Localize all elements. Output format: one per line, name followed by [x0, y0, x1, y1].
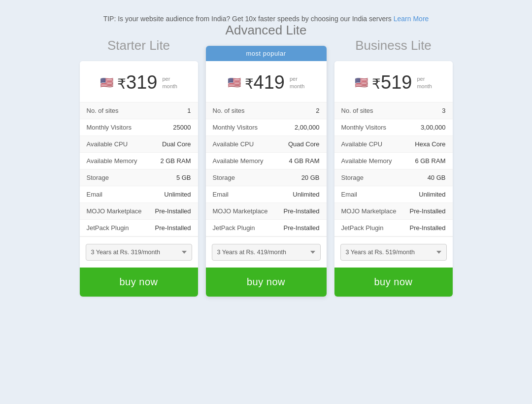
feature-label: Available Memory — [87, 157, 137, 165]
dropdown-section-advanced-lite: 3 Years at Rs. 419/month — [206, 236, 327, 268]
feature-value: Dual Core — [162, 140, 191, 148]
feature-label: Available Memory — [341, 157, 392, 165]
feature-value: Pre-Installed — [284, 207, 320, 215]
feature-row: Monthly Visitors2,00,000 — [206, 119, 327, 136]
feature-label: MOJO Marketplace — [213, 207, 268, 215]
feature-row: No. of sites3 — [334, 102, 453, 119]
tip-text: TIP: Is your website audience from India… — [103, 15, 392, 23]
features-table-business-lite: No. of sites3Monthly Visitors3,00,000Ava… — [334, 102, 453, 236]
plan-title-starter-lite: Starter Lite — [107, 38, 170, 53]
learn-more-link[interactable]: Learn More — [394, 15, 429, 23]
feature-label: Email — [87, 191, 103, 198]
feature-row: MOJO MarketplacePre-Installed — [80, 203, 198, 220]
feature-row: EmailUnlimited — [80, 186, 198, 203]
feature-label: Available CPU — [213, 140, 254, 148]
feature-row: JetPack PluginPre-Installed — [206, 220, 327, 236]
feature-value: 3 — [442, 107, 445, 114]
feature-label: JetPack Plugin — [87, 224, 129, 232]
price-section-starter-lite: 🇺🇸₹319permonth — [80, 61, 198, 102]
plans-container: Starter Lite🇺🇸₹319permonthNo. of sites1M… — [80, 37, 453, 297]
feature-row: Storage40 GB — [334, 169, 453, 186]
price-section-advanced-lite: 🇺🇸₹419permonth — [206, 61, 327, 102]
feature-label: JetPack Plugin — [213, 224, 255, 232]
feature-label: JetPack Plugin — [341, 224, 384, 232]
feature-label: Storage — [213, 174, 235, 181]
feature-row: Available Memory4 GB RAM — [206, 153, 327, 169]
flag-icon: 🇺🇸 — [355, 77, 368, 88]
feature-row: Monthly Visitors25000 — [80, 119, 198, 136]
feature-row: Monthly Visitors3,00,000 — [334, 119, 453, 136]
per-month-advanced-lite: permonth — [290, 75, 305, 90]
feature-row: Storage5 GB — [80, 169, 198, 186]
feature-row: Available Memory2 GB RAM — [80, 153, 198, 169]
feature-row: EmailUnlimited — [334, 186, 453, 203]
plan-dropdown-advanced-lite[interactable]: 3 Years at Rs. 419/month — [212, 244, 321, 261]
feature-value: Pre-Installed — [410, 224, 446, 232]
per-month-business-lite: permonth — [417, 75, 432, 90]
feature-label: Monthly Visitors — [87, 124, 132, 131]
feature-label: Storage — [87, 174, 109, 181]
feature-value: 4 GB RAM — [289, 157, 319, 165]
card-starter-lite: 🇺🇸₹319permonthNo. of sites1Monthly Visit… — [80, 61, 198, 297]
features-table-advanced-lite: No. of sites2Monthly Visitors2,00,000Ava… — [206, 102, 327, 236]
feature-label: No. of sites — [341, 107, 373, 114]
price-amount-advanced-lite: ₹419 — [245, 72, 285, 93]
feature-value: 3,00,000 — [421, 124, 446, 131]
feature-row: Available CPUQuad Core — [206, 136, 327, 153]
price-amount-starter-lite: ₹319 — [117, 72, 157, 93]
feature-row: MOJO MarketplacePre-Installed — [206, 203, 327, 220]
flag-icon: 🇺🇸 — [100, 77, 113, 88]
feature-row: JetPack PluginPre-Installed — [80, 220, 198, 236]
feature-value: Unlimited — [293, 191, 319, 198]
most-popular-badge: most popular — [206, 46, 327, 61]
feature-value: 20 GB — [301, 174, 320, 181]
buy-now-button-starter-lite[interactable]: buy now — [80, 268, 198, 297]
feature-label: Monthly Visitors — [213, 124, 258, 131]
plan-dropdown-business-lite[interactable]: 3 Years at Rs. 519/month — [340, 244, 447, 261]
plan-dropdown-starter-lite[interactable]: 3 Years at Rs. 319/month — [86, 244, 192, 261]
feature-label: Email — [213, 191, 229, 198]
feature-label: Email — [341, 191, 358, 198]
feature-row: MOJO MarketplacePre-Installed — [334, 203, 453, 220]
feature-value: 6 GB RAM — [415, 157, 445, 165]
feature-label: MOJO Marketplace — [87, 207, 142, 215]
plan-title-advanced-lite: Advanced Lite — [226, 23, 307, 38]
feature-value: 40 GB — [428, 174, 446, 181]
buy-now-button-advanced-lite[interactable]: buy now — [206, 268, 327, 297]
feature-label: Storage — [341, 174, 364, 181]
feature-label: Available Memory — [213, 157, 264, 165]
price-amount-business-lite: ₹519 — [372, 72, 412, 93]
feature-label: No. of sites — [213, 107, 245, 114]
buy-now-button-business-lite[interactable]: buy now — [334, 268, 453, 297]
dropdown-section-starter-lite: 3 Years at Rs. 319/month — [80, 236, 198, 268]
feature-row: EmailUnlimited — [206, 186, 327, 203]
card-business-lite: 🇺🇸₹519permonthNo. of sites3Monthly Visit… — [334, 61, 453, 297]
feature-row: No. of sites2 — [206, 102, 327, 119]
plan-business-lite: Business Lite🇺🇸₹519permonthNo. of sites3… — [334, 38, 453, 297]
feature-value: Quad Core — [288, 140, 320, 148]
feature-value: 2,00,000 — [295, 124, 320, 131]
feature-value: 1 — [187, 107, 191, 114]
plan-title-business-lite: Business Lite — [355, 38, 432, 53]
feature-label: No. of sites — [87, 107, 119, 114]
feature-value: Pre-Installed — [155, 224, 191, 232]
feature-value: Unlimited — [419, 191, 445, 198]
feature-row: Available Memory6 GB RAM — [334, 153, 453, 169]
feature-value: Hexa Core — [415, 140, 445, 148]
features-table-starter-lite: No. of sites1Monthly Visitors25000Availa… — [80, 102, 198, 236]
feature-label: Available CPU — [87, 140, 128, 148]
feature-label: Monthly Visitors — [341, 124, 387, 131]
feature-row: JetPack PluginPre-Installed — [334, 220, 453, 236]
card-advanced-lite: most popular🇺🇸₹419permonthNo. of sites2M… — [206, 46, 327, 297]
feature-value: Unlimited — [164, 191, 191, 198]
feature-value: 5 GB — [176, 174, 191, 181]
per-month-starter-lite: permonth — [162, 75, 177, 90]
tip-bar: TIP: Is your website audience from India… — [103, 15, 429, 23]
feature-label: MOJO Marketplace — [341, 207, 397, 215]
dropdown-section-business-lite: 3 Years at Rs. 519/month — [334, 236, 453, 268]
feature-value: Pre-Installed — [155, 207, 191, 215]
feature-label: Available CPU — [341, 140, 383, 148]
plan-advanced-lite: Advanced Litemost popular🇺🇸₹419permonthN… — [206, 23, 327, 297]
feature-value: 25000 — [173, 124, 191, 131]
feature-value: 2 — [316, 107, 319, 114]
